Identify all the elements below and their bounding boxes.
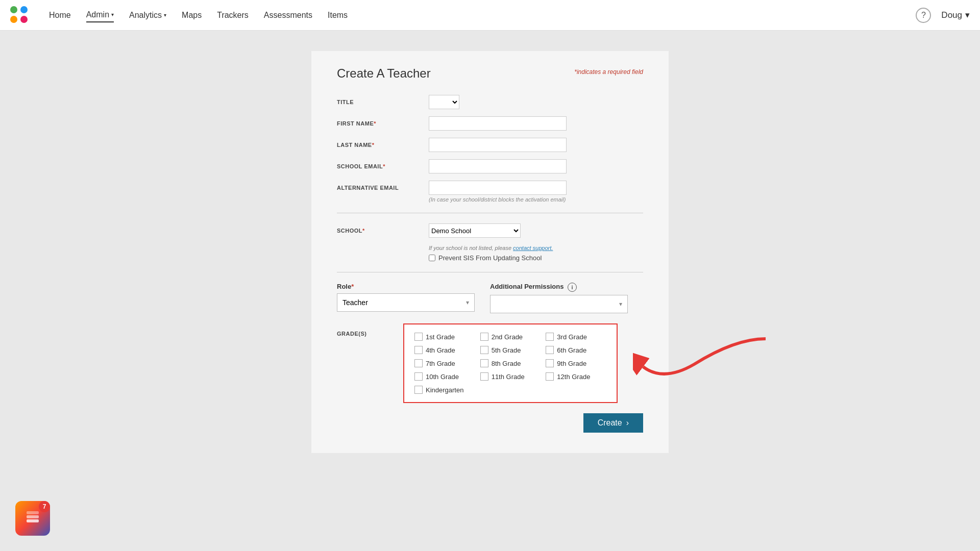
grade-4th-label: 4th Grade [426,346,455,354]
role-section-label: Role* [337,283,475,290]
grade-1st-checkbox[interactable] [414,333,423,341]
user-menu[interactable]: Doug ▾ [941,10,970,20]
additional-permissions-dropdown[interactable]: ▾ [490,295,628,313]
grade-6th-label: 6th Grade [557,346,586,354]
help-button[interactable]: ? [916,8,931,23]
grade-4th-checkbox[interactable] [414,346,423,354]
grade-12th: 12th Grade [546,372,606,381]
prevent-sis-checkbox[interactable] [429,255,435,261]
school-row: SCHOOL* Demo School [337,223,643,238]
additional-permissions-label: Additional Permissions i [490,283,628,292]
grade-7th-label: 7th Grade [426,360,455,367]
first-name-label: FIRST NAME* [337,120,429,127]
title-label: TITLE [337,99,429,105]
grade-6th-checkbox[interactable] [546,346,554,354]
grade-10th-label: 10th Grade [426,373,459,381]
title-row: TITLE Mr. Ms. Dr. [337,95,643,109]
user-chevron-icon: ▾ [965,10,970,20]
alternative-email-row: ALTERNATIVE EMAIL (In case your school/d… [337,181,643,203]
grade-kindergarten-label: Kindergarten [426,386,463,394]
grade-12th-checkbox[interactable] [546,372,554,381]
required-note: *indicates a required field [574,68,643,76]
grades-container: 1st Grade 2nd Grade 3rd Grade 4th Grade [403,323,618,403]
additional-permissions-info-icon[interactable]: i [568,283,577,292]
nav-analytics[interactable]: Analytics ▾ [129,9,166,22]
additional-permissions-section: Additional Permissions i ▾ [490,283,628,313]
create-teacher-form: Create A Teacher *indicates a required f… [311,51,669,453]
title-select[interactable]: Mr. Ms. Dr. [429,95,459,109]
logo[interactable] [10,6,39,24]
alternative-email-input[interactable] [429,181,567,195]
grade-9th-checkbox[interactable] [546,359,554,367]
last-name-input[interactable] [429,138,567,152]
create-button-arrow-icon: › [626,418,629,428]
create-button-label: Create [598,418,622,428]
user-name: Doug [941,10,962,20]
grade-10th: 10th Grade [414,372,475,381]
svg-rect-1 [27,519,39,522]
grade-11th-checkbox[interactable] [480,372,488,381]
grade-kindergarten: Kindergarten [414,386,475,394]
grade-3rd-checkbox[interactable] [546,333,554,341]
last-name-row: LAST NAME* [337,138,643,152]
create-button[interactable]: Create › [583,413,643,433]
alternative-email-label: ALTERNATIVE EMAIL [337,185,429,191]
nav-admin[interactable]: Admin ▾ [86,8,114,22]
nav-right: ? Doug ▾ [916,8,970,23]
divider-1 [337,213,643,213]
grade-7th: 7th Grade [414,359,475,367]
grade-1st: 1st Grade [414,333,475,341]
grade-12th-label: 12th Grade [557,373,590,381]
grade-10th-checkbox[interactable] [414,372,423,381]
svg-rect-2 [27,515,39,518]
role-section: Role* Teacher ▾ [337,283,475,312]
grade-2nd: 2nd Grade [480,333,541,341]
admin-chevron-icon: ▾ [111,12,114,17]
nav-maps[interactable]: Maps [182,9,202,22]
role-value: Teacher [342,298,368,307]
grade-kindergarten-checkbox[interactable] [414,386,423,394]
school-email-input[interactable] [429,159,567,173]
annotation-arrow [633,334,776,395]
grade-3rd-label: 3rd Grade [557,333,587,341]
nav-trackers[interactable]: Trackers [217,9,249,22]
school-select[interactable]: Demo School [429,223,521,238]
grade-11th: 11th Grade [480,372,541,381]
role-dropdown[interactable]: Teacher ▾ [337,293,475,312]
grade-11th-label: 11th Grade [492,373,525,381]
grade-8th-label: 8th Grade [492,360,521,367]
prevent-sis-row: Prevent SIS From Updating School [429,254,643,262]
grade-9th-label: 9th Grade [557,360,586,367]
grade-2nd-checkbox[interactable] [480,333,488,341]
logo-icon [10,6,29,24]
school-email-label: SCHOOL EMAIL* [337,163,429,169]
last-name-label: LAST NAME* [337,142,429,148]
nav-items[interactable]: Items [328,9,348,22]
floating-icon-widget[interactable]: 7 [15,501,50,536]
floating-stack-icon [22,508,43,529]
first-name-input[interactable] [429,116,567,131]
navbar: Home Admin ▾ Analytics ▾ Maps Trackers A… [0,0,980,31]
floating-badge: 7 [39,501,50,512]
grade-7th-checkbox[interactable] [414,359,423,367]
additional-chevron-icon: ▾ [619,300,622,308]
grade-2nd-label: 2nd Grade [492,333,523,341]
alt-email-hint: (In case your school/district blocks the… [429,196,566,203]
grade-8th-checkbox[interactable] [480,359,488,367]
analytics-chevron-icon: ▾ [164,12,166,18]
nav-assessments[interactable]: Assessments [264,9,312,22]
prevent-sis-label: Prevent SIS From Updating School [438,254,542,262]
grades-row: GRADE(S) 1st Grade 2nd Grade 3rd Grade [337,323,643,403]
grades-label: GRADE(S) [337,323,403,337]
grade-5th-checkbox[interactable] [480,346,488,354]
contact-support-link[interactable]: contact support. [513,245,553,251]
nav-home[interactable]: Home [49,9,71,22]
grade-5th-label: 5th Grade [492,346,521,354]
grade-9th: 9th Grade [546,359,606,367]
svg-rect-3 [27,511,39,514]
school-label: SCHOOL* [337,228,429,234]
divider-2 [337,272,643,272]
school-note: If your school is not listed, please con… [429,245,643,251]
grade-6th: 6th Grade [546,346,606,354]
grade-5th: 5th Grade [480,346,541,354]
